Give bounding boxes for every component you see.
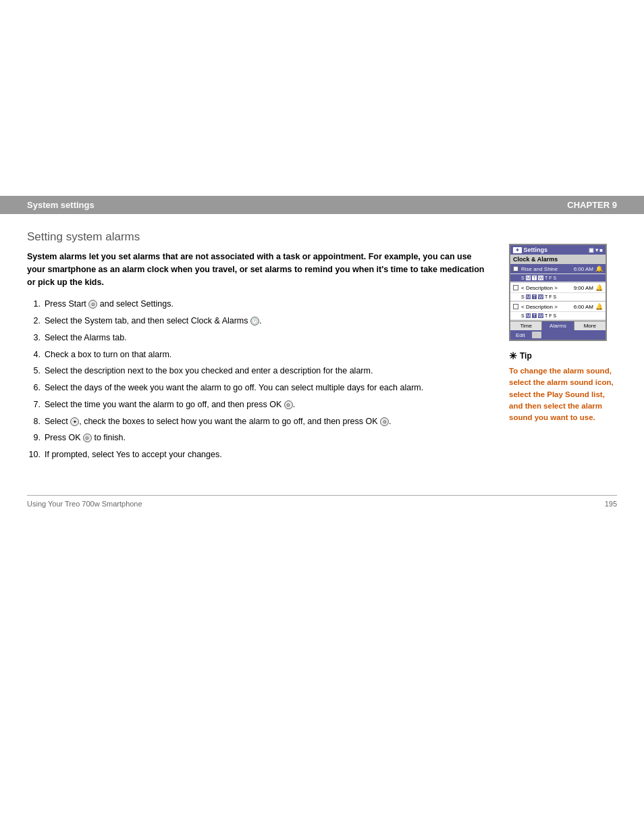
ss-subheader: Clock & Alarms [510,255,606,264]
ok-icon: ⊙ [284,400,293,409]
alarm-row-1-header: ✓ Rise and Shine 6:00 AM 🔔 [510,264,606,274]
alarm-row-2: < Description > 9:00 AM 🔔 S M T W T F S [510,283,606,302]
alarm-checkbox-3 [513,304,518,309]
alarm-row-1: ✓ Rise and Shine 6:00 AM 🔔 S M T W T F S [510,264,606,283]
alarm-checkbox-1: ✓ [513,266,518,271]
list-item: 5. Select the description next to the bo… [27,365,489,377]
intro-text: System alarms let you set alarms that ar… [27,251,489,288]
edit-button[interactable]: Edit [513,332,528,338]
footer-left: Using Your Treo 700w Smartphone [27,500,142,508]
alarm-label-2: < Description > [521,285,574,291]
alarm-days-2: S M T W T F S [513,294,556,299]
list-item: 9. Press OK ⊙ to finish. [27,432,489,444]
ss-edit-row: Edit [510,330,606,340]
footer-right: 195 [605,500,617,508]
alarm-checkbox-2 [513,285,518,290]
alarm-row-3-header: < Description > 6:00 AM 🔔 [510,302,606,312]
alarm-days-1: S M T W T F S [513,276,556,280]
ss-status-icons: ▣ ▾ ■ [589,247,603,253]
ss-header: ✦ Settings ▣ ▾ ■ [510,245,606,255]
alarm-time-3: 6:00 AM [574,304,593,310]
section-heading: Setting system alarms [27,230,489,244]
alarm-row-2-header: < Description > 9:00 AM 🔔 [510,283,606,293]
alarm-row-1-days: S M T W T F S [510,274,606,282]
alarm-icon-2: 🔔 [595,284,603,291]
footer: Using Your Treo 700w Smartphone 195 [27,495,617,508]
list-item: 3. Select the Alarms tab. [27,332,489,344]
alarm-icon-1: 🔔 [595,265,603,272]
section-title: System settings [27,200,95,210]
list-item: 4. Check a box to turn on that alarm. [27,348,489,361]
list-item: 8. Select ✦, check the boxes to select h… [27,415,489,428]
start-icon: ⊙ [88,300,97,309]
list-item: 2. Select the System tab, and then selec… [27,315,489,328]
list-item: 7. Select the time you want the alarm to… [27,398,489,411]
ok-icon-2: ⊙ [380,417,389,426]
ss-title: ✦ Settings [513,246,547,253]
alarm-icon-3: 🔔 [595,303,603,310]
main-content: Setting system alarms System alarms let … [0,214,644,481]
screenshot-mock: ✦ Settings ▣ ▾ ■ Clock & Alarms ✓ Rise a… [509,244,607,341]
alarm-days-3: S M T W T F S [513,313,556,318]
list-item: 1. Press Start ⊙ and select Settings. [27,298,489,311]
alarm-row-3-days: S M T W T F S [510,312,606,320]
header-bar: System settings CHAPTER 9 [0,196,644,214]
list-item: 10. If prompted, select Yes to accept yo… [27,448,489,461]
list-item: 6. Select the days of the week you want … [27,382,489,394]
ok-icon-3: ⊙ [83,434,92,442]
alarm-row-2-days: S M T W T F S [510,293,606,301]
tab-time[interactable]: Time [510,321,542,330]
sun-icon: ✦ [70,417,79,426]
tab-alarms[interactable]: Alarms [542,321,574,330]
tip-box: ✳ Tip To change the alarm sound, select … [509,350,617,423]
edit-icon [532,332,541,338]
alarm-row-3: < Description > 6:00 AM 🔔 S M T W T F S [510,302,606,321]
tip-star-icon: ✳ [509,350,517,361]
chapter-label: CHAPTER 9 [567,200,617,210]
left-column: Setting system alarms System alarms let … [27,230,489,465]
ss-footer-tabs: Time Alarms More [510,321,606,330]
alarm-time-2: 9:00 AM [574,285,593,291]
alarm-label-3: < Description > [521,304,574,310]
tip-heading: ✳ Tip [509,350,617,361]
alarm-time-1: 6:00 AM [574,266,593,272]
tab-more[interactable]: More [574,321,606,330]
clock-icon: 🕐 [250,317,259,325]
tip-text: To change the alarm sound, select the al… [509,365,617,423]
steps-list: 1. Press Start ⊙ and select Settings. 2.… [27,298,489,461]
right-column: ✦ Settings ▣ ▾ ■ Clock & Alarms ✓ Rise a… [509,230,617,465]
alarm-label-1: Rise and Shine [521,266,574,272]
